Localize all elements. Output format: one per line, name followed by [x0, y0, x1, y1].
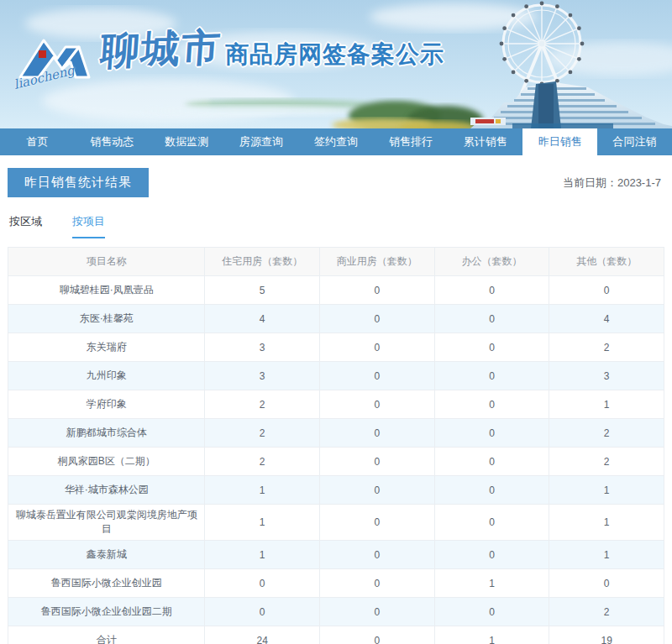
count-cell: 1 — [205, 505, 320, 541]
count-cell: 0 — [434, 505, 549, 541]
count-cell: 0 — [319, 419, 434, 448]
column-header: 其他（套数） — [549, 248, 664, 276]
count-cell: 2 — [549, 419, 664, 448]
count-cell: 2 — [205, 419, 320, 448]
site-subtitle: 商品房网签备案公示 — [225, 39, 444, 71]
column-header: 住宅用房（套数） — [205, 248, 320, 276]
count-cell: 3 — [205, 362, 320, 390]
total-row: 合计240119 — [8, 626, 664, 644]
table-row: 鲁西国际小微企业创业园二期0002 — [8, 598, 664, 626]
count-cell: 2 — [549, 448, 664, 476]
view-tabs: 按区域按项目 — [8, 214, 664, 238]
nav-item-7[interactable]: 昨日销售 — [522, 128, 597, 155]
table-row: 聊城泰岳置业有限公司观棠阅境房地产项目1001 — [8, 505, 664, 541]
count-cell: 2 — [549, 598, 664, 626]
column-header: 办公（套数） — [434, 248, 549, 276]
count-cell: 0 — [319, 305, 434, 333]
project-name-cell: 华祥·城市森林公园 — [8, 476, 205, 505]
liaocheng-logo-icon: liaocheng — [13, 25, 96, 96]
content-area: 昨日销售统计结果 当前日期：2023-1-7 按区域按项目 项目名称住宅用房（套… — [0, 168, 672, 644]
site-name: 聊城市 — [99, 22, 224, 78]
count-cell: 0 — [434, 333, 549, 362]
sales-table-header: 项目名称住宅用房（套数）商业用房（套数）办公（套数）其他（套数） — [8, 248, 664, 276]
sales-table: 项目名称住宅用房（套数）商业用房（套数）办公（套数）其他（套数） 聊城碧桂园·凤… — [8, 247, 664, 644]
page-title: 昨日销售统计结果 — [8, 168, 149, 197]
project-name-cell: 桐凤家园B区（二期） — [8, 448, 205, 476]
count-cell: 5 — [205, 276, 320, 305]
count-cell: 0 — [434, 598, 549, 626]
count-cell: 3 — [205, 333, 320, 362]
project-name-cell: 鲁西国际小微企业创业园二期 — [8, 598, 205, 626]
tab-0[interactable]: 按区域 — [9, 214, 42, 238]
count-cell: 0 — [319, 333, 434, 362]
count-cell: 1 — [434, 626, 549, 644]
nav-item-6[interactable]: 累计销售 — [448, 128, 522, 155]
count-cell: 0 — [205, 569, 320, 598]
brand: liaocheng 聊城市 商品房网签备案公示 — [13, 18, 444, 96]
count-cell: 19 — [549, 626, 664, 644]
count-cell: 2 — [205, 448, 320, 476]
count-cell: 1 — [205, 476, 320, 505]
count-cell: 1 — [549, 390, 664, 419]
count-cell: 1 — [205, 541, 320, 569]
nav-item-5[interactable]: 销售排行 — [373, 128, 448, 155]
page: liaocheng 聊城市 商品房网签备案公示 首页销售动态数据监测房源查询签约… — [0, 0, 672, 644]
count-cell: 4 — [205, 305, 320, 333]
count-cell: 0 — [319, 390, 434, 419]
count-cell: 0 — [434, 419, 549, 448]
count-cell: 0 — [434, 476, 549, 505]
count-cell: 0 — [319, 505, 434, 541]
nav-item-1[interactable]: 销售动态 — [75, 128, 150, 155]
count-cell: 1 — [549, 541, 664, 569]
count-cell: 0 — [549, 276, 664, 305]
count-cell: 1 — [434, 569, 549, 598]
current-date-label: 当前日期：2023-1-7 — [563, 175, 664, 191]
table-row: 学府印象2001 — [8, 390, 664, 419]
project-name-cell: 聊城泰岳置业有限公司观棠阅境房地产项目 — [8, 505, 205, 541]
table-row: 东医·桂馨苑4004 — [8, 305, 664, 333]
count-cell: 0 — [205, 598, 320, 626]
count-cell: 0 — [434, 362, 549, 390]
column-header: 项目名称 — [8, 248, 205, 276]
header-banner: liaocheng 聊城市 商品房网签备案公示 — [0, 0, 672, 128]
nav-item-3[interactable]: 房源查询 — [224, 128, 299, 155]
count-cell: 0 — [549, 569, 664, 598]
main-nav: 首页销售动态数据监测房源查询签约查询销售排行累计销售昨日销售合同注销 — [0, 128, 672, 155]
count-cell: 2 — [205, 390, 320, 419]
count-cell: 4 — [549, 305, 664, 333]
project-name-cell: 学府印象 — [8, 390, 205, 419]
project-name-cell: 东关瑞府 — [8, 333, 205, 362]
count-cell: 0 — [319, 626, 434, 644]
count-cell: 2 — [549, 333, 664, 362]
project-name-cell: 九州印象 — [8, 362, 205, 390]
count-cell: 0 — [319, 598, 434, 626]
table-row: 聊城碧桂园·凤凰壹品5000 — [8, 276, 664, 305]
count-cell: 0 — [319, 569, 434, 598]
tab-1[interactable]: 按项目 — [72, 214, 105, 238]
count-cell: 3 — [549, 362, 664, 390]
table-row: 桐凤家园B区（二期）2002 — [8, 448, 664, 476]
count-cell: 0 — [434, 448, 549, 476]
count-cell: 0 — [319, 476, 434, 505]
count-cell: 24 — [205, 626, 320, 644]
column-header: 商业用房（套数） — [319, 248, 434, 276]
table-row: 新鹏都城市综合体2002 — [8, 419, 664, 448]
nav-item-8[interactable]: 合同注销 — [597, 128, 672, 155]
count-cell: 1 — [549, 505, 664, 541]
count-cell: 0 — [434, 541, 549, 569]
project-name-cell: 合计 — [8, 626, 205, 644]
count-cell: 1 — [549, 476, 664, 505]
nav-item-0[interactable]: 首页 — [0, 128, 75, 155]
table-row: 华祥·城市森林公园1001 — [8, 476, 664, 505]
table-row: 东关瑞府3002 — [8, 333, 664, 362]
count-cell: 0 — [319, 541, 434, 569]
project-name-cell: 聊城碧桂园·凤凰壹品 — [8, 276, 205, 305]
title-row: 昨日销售统计结果 当前日期：2023-1-7 — [8, 168, 664, 197]
count-cell: 0 — [319, 276, 434, 305]
nav-item-2[interactable]: 数据监测 — [150, 128, 224, 155]
count-cell: 0 — [319, 448, 434, 476]
count-cell: 0 — [319, 362, 434, 390]
nav-item-4[interactable]: 签约查询 — [299, 128, 374, 155]
project-name-cell: 鲁西国际小微企业创业园 — [8, 569, 205, 598]
table-row: 九州印象3003 — [8, 362, 664, 390]
